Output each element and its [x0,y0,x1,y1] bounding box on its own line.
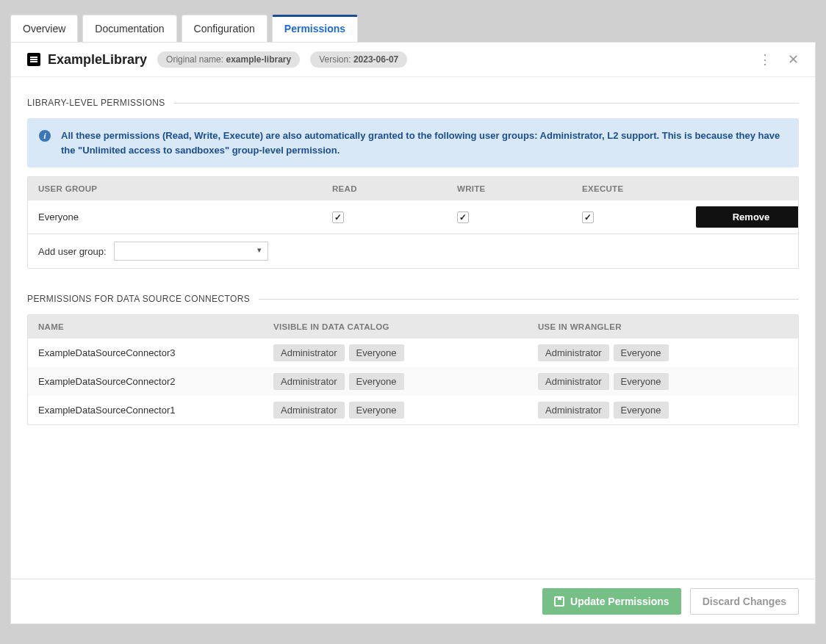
connector-table: NAME VISIBLE IN DATA CATALOG USE IN WRAN… [27,314,799,425]
permission-tag[interactable]: Everyone [614,402,669,419]
kebab-menu-icon[interactable]: ⋮ [758,53,772,66]
section-library-level-label: LIBRARY-LEVEL PERMISSIONS [27,98,165,108]
user-group-table-header: USER GROUP READ WRITE EXECUTE [28,177,798,200]
add-user-group-dropdown[interactable] [114,242,268,261]
checkbox-read[interactable] [332,211,344,223]
checkbox-execute[interactable] [582,211,594,223]
connector-table-header: NAME VISIBLE IN DATA CATALOG USE IN WRAN… [28,315,798,339]
table-row: ExampleDataSourceConnector1Administrator… [28,396,798,424]
cell-wrangler: AdministratorEveryone [528,339,798,367]
col-user-group: USER GROUP [28,177,322,200]
update-permissions-label: Update Permissions [570,596,669,607]
update-permissions-button[interactable]: Update Permissions [542,588,681,615]
tab-permissions[interactable]: Permissions [272,15,358,42]
info-banner-text: All these permissions (Read, Write, Exec… [61,129,787,157]
tab-documentation[interactable]: Documentation [82,15,176,42]
permission-tag[interactable]: Administrator [538,402,609,419]
permission-tag[interactable]: Everyone [349,402,404,419]
section-connectors-label: PERMISSIONS FOR DATA SOURCE CONNECTORS [27,294,250,304]
original-name-label: Original name: [166,54,223,65]
cell-wrangler: AdministratorEveryone [528,367,798,396]
save-icon [554,596,564,607]
tab-configuration[interactable]: Configuration [182,15,267,42]
table-row: ExampleDataSourceConnector3Administrator… [28,339,798,367]
connector-table-body: ExampleDataSourceConnector3Administrator… [28,339,798,424]
version-label: Version: [319,54,351,65]
permission-tag[interactable]: Everyone [614,373,669,390]
checkbox-write[interactable] [457,211,469,223]
close-icon[interactable]: ✕ [788,53,799,66]
discard-changes-label: Discard Changes [703,596,786,607]
cell-connector-name: ExampleDataSourceConnector1 [28,399,263,422]
cell-catalog: AdministratorEveryone [263,367,528,396]
version-pill: Version: 2023-06-07 [310,51,407,68]
tab-overview[interactable]: Overview [10,15,78,42]
cell-catalog: AdministratorEveryone [263,396,528,424]
col-execute: EXECUTE [572,177,686,200]
tabs: Overview Documentation Configuration Per… [10,15,816,42]
divider [259,299,799,300]
info-banner: i All these permissions (Read, Write, Ex… [27,118,799,167]
permission-tag[interactable]: Administrator [538,373,609,390]
permission-tag[interactable]: Administrator [273,344,345,361]
user-group-table-body: Everyone Remove [28,200,798,234]
cell-wrangler: AdministratorEveryone [528,396,798,424]
cell-catalog: AdministratorEveryone [263,339,528,367]
divider [174,103,799,104]
library-title: ExampleLibrary [48,52,147,68]
cell-group-name: Everyone [28,206,322,228]
discard-changes-button[interactable]: Discard Changes [690,588,799,615]
footer: Update Permissions Discard Changes [11,579,815,623]
original-name-pill: Original name: example-library [157,51,300,68]
col-wrangler: USE IN WRANGLER [528,315,798,339]
col-read: READ [322,177,447,200]
section-connectors: PERMISSIONS FOR DATA SOURCE CONNECTORS [27,294,799,304]
table-row: Everyone Remove [28,200,798,234]
library-header: ExampleLibrary Original name: example-li… [11,43,815,77]
add-user-group-row: Add user group: [28,234,798,268]
user-group-table: USER GROUP READ WRITE EXECUTE Everyone R… [27,176,799,269]
info-icon: i [39,130,51,142]
permission-tag[interactable]: Everyone [349,373,404,390]
col-write: WRITE [447,177,572,200]
col-name: NAME [28,315,263,339]
cell-connector-name: ExampleDataSourceConnector2 [28,370,263,393]
table-row: ExampleDataSourceConnector2Administrator… [28,367,798,396]
add-user-group-label: Add user group: [38,246,107,257]
section-library-level: LIBRARY-LEVEL PERMISSIONS [27,98,799,108]
original-name-value: example-library [226,54,291,65]
permission-tag[interactable]: Administrator [273,373,345,390]
permission-tag[interactable]: Everyone [614,344,669,361]
col-catalog: VISIBLE IN DATA CATALOG [263,315,528,339]
main-panel: ExampleLibrary Original name: example-li… [10,42,816,624]
permission-tag[interactable]: Administrator [273,402,345,419]
version-value: 2023-06-07 [353,54,398,65]
library-icon [27,53,40,66]
permission-tag[interactable]: Everyone [349,344,404,361]
permission-tag[interactable]: Administrator [538,344,609,361]
remove-button[interactable]: Remove [696,206,799,228]
col-actions [686,181,798,196]
cell-connector-name: ExampleDataSourceConnector3 [28,341,263,364]
